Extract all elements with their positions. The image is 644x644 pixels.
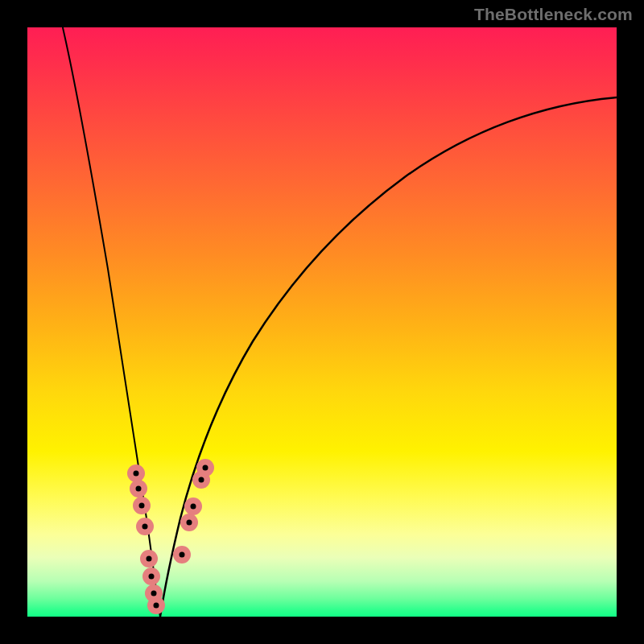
- svg-point-7: [142, 524, 148, 530]
- svg-point-17: [180, 552, 185, 558]
- svg-point-9: [147, 556, 152, 562]
- svg-point-25: [203, 465, 208, 471]
- watermark-text: TheBottleneck.com: [474, 5, 633, 24]
- markers-left: [127, 464, 165, 614]
- svg-point-11: [149, 574, 155, 580]
- curve-layer: [27, 27, 617, 617]
- svg-point-19: [187, 520, 192, 526]
- svg-point-5: [139, 503, 145, 509]
- svg-point-1: [134, 471, 139, 477]
- svg-point-23: [199, 477, 204, 483]
- svg-point-21: [191, 504, 196, 510]
- svg-point-15: [154, 603, 159, 609]
- chart-frame: TheBottleneck.com: [0, 0, 644, 644]
- plot-area: [27, 27, 617, 617]
- svg-point-3: [136, 486, 142, 492]
- curve-right: [160, 97, 617, 617]
- svg-point-13: [151, 591, 157, 597]
